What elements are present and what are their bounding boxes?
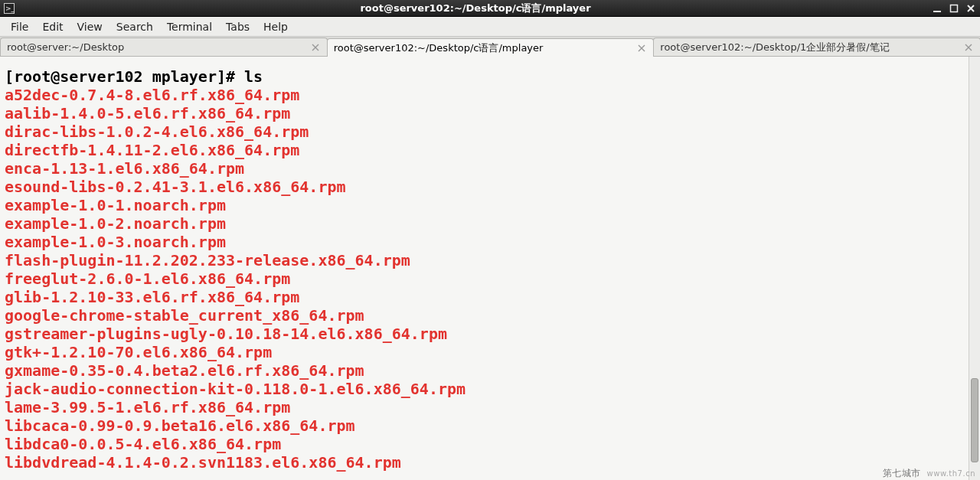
watermark-brand: 第七城市 (883, 467, 921, 480)
close-icon[interactable] (636, 43, 647, 54)
file-entry: example-1.0-1.noarch.rpm (5, 196, 975, 214)
menu-file[interactable]: File (5, 18, 34, 35)
file-entry: aalib-1.4.0-5.el6.rf.x86_64.rpm (5, 104, 975, 122)
file-entry: jack-audio-connection-kit-0.118.0-1.el6.… (5, 380, 975, 398)
terminal-icon: >_ (3, 2, 15, 15)
file-entry: libdca0-0.0.5-4.el6.x86_64.rpm (5, 435, 975, 453)
file-entry: example-1.0-2.noarch.rpm (5, 214, 975, 233)
menu-edit[interactable]: Edit (36, 18, 69, 35)
tab-label: root@server:~/Desktop (7, 41, 305, 53)
file-entry: a52dec-0.7.4-8.el6.rf.x86_64.rpm (5, 86, 975, 104)
file-entry: libdvdread-4.1.4-0.2.svn1183.el6.x86_64.… (5, 453, 975, 472)
close-button[interactable] (965, 3, 977, 14)
close-icon[interactable] (963, 42, 974, 53)
window-titlebar: >_ root@server102:~/Desktop/c语言/mplayer (0, 0, 980, 17)
file-entry: gtk+-1.2.10-70.el6.x86_64.rpm (5, 343, 975, 361)
scroll-thumb[interactable] (971, 378, 978, 462)
terminal-container: [root@server102 mplayer]# lsa52dec-0.7.4… (0, 57, 980, 480)
file-entry: esound-libs-0.2.41-3.1.el6.x86_64.rpm (5, 178, 975, 196)
shell-prompt: [root@server102 mplayer]# (5, 67, 244, 86)
file-entry: enca-1.13-1.el6.x86_64.rpm (5, 159, 975, 178)
menu-tabs[interactable]: Tabs (220, 18, 256, 35)
file-entry: glib-1.2.10-33.el6.rf.x86_64.rpm (5, 288, 975, 306)
file-entry: dirac-libs-1.0.2-4.el6.x86_64.rpm (5, 122, 975, 141)
file-entry: libcaca-0.99-0.9.beta16.el6.x86_64.rpm (5, 416, 975, 435)
menubar: File Edit View Search Terminal Tabs Help (0, 17, 980, 37)
svg-text:>_: >_ (5, 5, 15, 12)
file-entry: gstreamer-plugins-ugly-0.10.18-14.el6.x8… (5, 325, 975, 343)
tab-bar: root@server:~/Desktop root@server102:~/D… (0, 37, 980, 57)
watermark-url: www.th7.cn (927, 469, 975, 478)
menu-search[interactable]: Search (110, 18, 159, 35)
file-entry: google-chrome-stable_current_x86_64.rpm (5, 306, 975, 325)
menu-help[interactable]: Help (257, 18, 294, 35)
window-controls (931, 3, 977, 14)
tab-label: root@server102:~/Desktop/1企业部分暑假/笔记 (660, 41, 959, 54)
watermark: 第七城市 www.th7.cn (883, 467, 975, 480)
shell-command: ls (244, 67, 263, 86)
file-entry: directfb-1.4.11-2.el6.x86_64.rpm (5, 141, 975, 159)
terminal[interactable]: [root@server102 mplayer]# lsa52dec-0.7.4… (0, 57, 980, 480)
minimize-button[interactable] (931, 3, 943, 14)
maximize-button[interactable] (948, 3, 960, 14)
prompt-line: [root@server102 mplayer]# ls (5, 67, 975, 86)
close-icon[interactable] (310, 42, 321, 53)
menu-view[interactable]: View (71, 18, 109, 35)
tab-label: root@server102:~/Desktop/c语言/mplayer (334, 41, 632, 55)
file-entry: lame-3.99.5-1.el6.rf.x86_64.rpm (5, 398, 975, 416)
tab-0[interactable]: root@server:~/Desktop (0, 38, 328, 56)
scrollbar[interactable] (969, 57, 980, 480)
svg-rect-3 (951, 5, 958, 11)
file-entry: example-1.0-3.noarch.rpm (5, 233, 975, 251)
file-entry: flash-plugin-11.2.202.233-release.x86_64… (5, 251, 975, 269)
tab-2[interactable]: root@server102:~/Desktop/1企业部分暑假/笔记 (653, 38, 980, 56)
svg-rect-2 (933, 11, 941, 12)
menu-terminal[interactable]: Terminal (161, 18, 218, 35)
tab-1[interactable]: root@server102:~/Desktop/c语言/mplayer (327, 38, 655, 57)
file-entry: gxmame-0.35-0.4.beta2.el6.rf.x86_64.rpm (5, 361, 975, 380)
file-entry: freeglut-2.6.0-1.el6.x86_64.rpm (5, 269, 975, 288)
window-title: root@server102:~/Desktop/c语言/mplayer (20, 2, 931, 15)
